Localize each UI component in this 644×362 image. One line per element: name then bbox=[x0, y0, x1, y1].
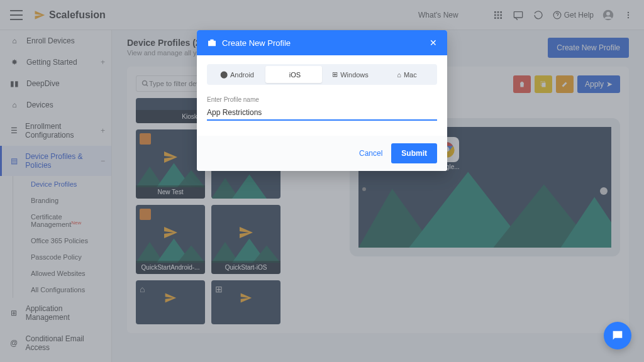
os-tabs: ⬤Android iOS ⊞Windows ⌂Mac bbox=[207, 64, 437, 85]
svg-rect-37 bbox=[208, 41, 216, 47]
chat-icon bbox=[611, 329, 625, 343]
cancel-button[interactable]: Cancel bbox=[359, 149, 382, 158]
modal-footer: Cancel Submit bbox=[197, 136, 447, 171]
briefcase-icon bbox=[207, 38, 217, 48]
close-icon[interactable]: ✕ bbox=[430, 38, 437, 48]
modal-header: Create New Profile ✕ bbox=[197, 30, 447, 55]
profile-name-input[interactable] bbox=[207, 106, 437, 121]
mac-icon: ⌂ bbox=[397, 71, 401, 79]
android-icon: ⬤ bbox=[220, 70, 228, 79]
create-profile-modal: Create New Profile ✕ ⬤Android iOS ⊞Windo… bbox=[197, 30, 447, 171]
tab-windows[interactable]: ⊞Windows bbox=[322, 66, 379, 83]
tab-android[interactable]: ⬤Android bbox=[209, 66, 265, 83]
modal-overlay: Create New Profile ✕ ⬤Android iOS ⊞Windo… bbox=[0, 0, 644, 362]
modal-body: ⬤Android iOS ⊞Windows ⌂Mac Enter Profile… bbox=[197, 55, 447, 136]
windows-icon: ⊞ bbox=[332, 70, 338, 79]
modal-title: Create New Profile bbox=[222, 38, 291, 48]
submit-button[interactable]: Submit bbox=[391, 143, 437, 163]
svg-rect-38 bbox=[210, 40, 213, 41]
tab-ios[interactable]: iOS bbox=[265, 66, 322, 83]
field-label: Enter Profile name bbox=[207, 96, 437, 103]
tab-mac[interactable]: ⌂Mac bbox=[379, 66, 435, 83]
chat-widget[interactable] bbox=[604, 322, 631, 349]
